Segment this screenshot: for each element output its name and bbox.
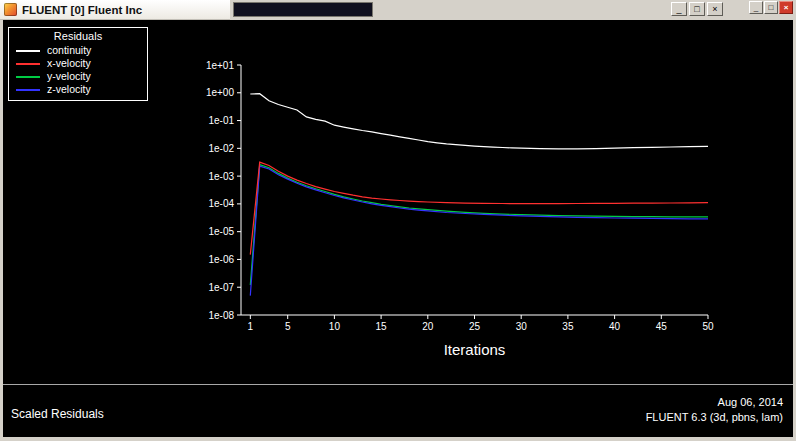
legend-item-label: x-velocity	[47, 58, 91, 69]
legend-line-sample-y-velocity	[16, 76, 40, 78]
close-button[interactable]: ×	[707, 2, 723, 16]
svg-text:1e-08: 1e-08	[208, 310, 234, 321]
window-border-bottom	[0, 437, 796, 441]
legend-item: y-velocity	[9, 70, 147, 83]
maximize-button[interactable]: □	[689, 2, 705, 16]
svg-text:45: 45	[656, 321, 668, 332]
svg-text:40: 40	[609, 321, 621, 332]
fluent-icon	[4, 3, 17, 16]
outer-minimize-button[interactable]: _	[749, 1, 763, 14]
svg-text:1: 1	[248, 321, 254, 332]
plot-caption-bar: Scaled Residuals Aug 06, 2014 FLUENT 6.3…	[3, 384, 793, 437]
legend-line-sample-continuity	[16, 50, 40, 52]
svg-text:15: 15	[376, 321, 388, 332]
svg-text:20: 20	[422, 321, 434, 332]
legend-item: z-velocity	[9, 83, 147, 96]
plot-area: 1e+011e+001e-011e-021e-031e-041e-051e-06…	[3, 20, 793, 384]
svg-text:5: 5	[285, 321, 291, 332]
svg-text:1e+01: 1e+01	[206, 60, 235, 71]
svg-text:1e-07: 1e-07	[208, 282, 234, 293]
legend-item-label: z-velocity	[47, 84, 91, 95]
date-label: Aug 06, 2014	[646, 395, 783, 410]
outer-close-button[interactable]: ×	[779, 1, 793, 14]
svg-text:10: 10	[329, 321, 341, 332]
svg-text:1e-04: 1e-04	[208, 198, 234, 209]
svg-text:25: 25	[469, 321, 481, 332]
legend-item-label: y-velocity	[47, 71, 91, 82]
minimize-button[interactable]: _	[671, 2, 687, 16]
svg-text:1e-06: 1e-06	[208, 254, 234, 265]
svg-text:Iterations: Iterations	[444, 341, 506, 358]
svg-text:1e-05: 1e-05	[208, 226, 234, 237]
legend-item: x-velocity	[9, 57, 147, 70]
svg-text:1e-03: 1e-03	[208, 171, 234, 182]
svg-text:30: 30	[516, 321, 528, 332]
plot-title: Scaled Residuals	[11, 407, 104, 421]
svg-text:1e+00: 1e+00	[206, 87, 235, 98]
titlebar[interactable]: FLUENT [0] Fluent Inc _ □ × _ □ ×	[0, 0, 796, 20]
svg-text:50: 50	[702, 321, 714, 332]
outer-maximize-button[interactable]: □	[764, 1, 778, 14]
legend-item-label: continuity	[47, 45, 91, 56]
plot-info: Aug 06, 2014 FLUENT 6.3 (3d, pbns, lam)	[646, 395, 783, 425]
background-window-titlebar[interactable]	[233, 2, 373, 17]
legend: Residuals continuity x-velocity y-veloci…	[8, 27, 148, 101]
title-area[interactable]: FLUENT [0] Fluent Inc	[0, 0, 230, 20]
window-title: FLUENT [0] Fluent Inc	[22, 4, 142, 16]
legend-title: Residuals	[9, 30, 147, 42]
window-controls: _ □ ×	[671, 2, 723, 16]
window-border-left	[0, 20, 3, 441]
legend-line-sample-z-velocity	[16, 89, 40, 91]
legend-line-sample-x-velocity	[16, 63, 40, 65]
legend-item: continuity	[9, 44, 147, 57]
svg-text:1e-02: 1e-02	[208, 143, 234, 154]
svg-text:1e-01: 1e-01	[208, 115, 234, 126]
svg-text:35: 35	[562, 321, 574, 332]
outer-window-controls: _ □ ×	[749, 1, 793, 14]
solver-info-label: FLUENT 6.3 (3d, pbns, lam)	[646, 410, 783, 425]
